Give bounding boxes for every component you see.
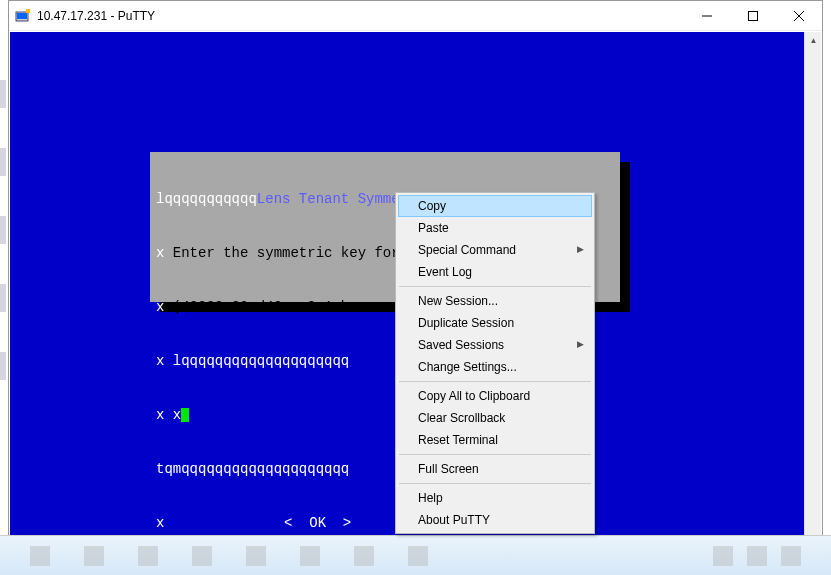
taskbar-icon[interactable] [138,546,158,566]
taskbar-icon[interactable] [84,546,104,566]
submenu-arrow-icon: ▶ [577,244,584,254]
menu-separator [399,286,591,287]
taskbar-icon[interactable] [246,546,266,566]
background-edge-strip [0,80,6,380]
menu-item-new-session[interactable]: New Session... [398,290,592,312]
menu-item-duplicate-session[interactable]: Duplicate Session [398,312,592,334]
svg-rect-17 [781,546,801,566]
menu-separator [399,381,591,382]
context-menu: CopyPasteSpecial Command▶Event LogNew Se… [395,192,595,534]
menu-item-change-settings[interactable]: Change Settings... [398,356,592,378]
menu-item-saved-sessions[interactable]: Saved Sessions▶ [398,334,592,356]
svg-rect-15 [713,546,733,566]
svg-rect-13 [354,546,374,566]
menu-item-help[interactable]: Help [398,487,592,509]
menu-item-reset-terminal[interactable]: Reset Terminal [398,429,592,451]
menu-separator [399,454,591,455]
menu-separator [399,483,591,484]
scroll-up-icon[interactable]: ▲ [806,32,821,49]
menu-item-copy[interactable]: Copy [398,195,592,217]
window-title: 10.47.17.231 - PuTTY [37,9,155,23]
taskbar [0,535,831,575]
menu-item-clear-scrollback[interactable]: Clear Scrollback [398,407,592,429]
svg-rect-16 [747,546,767,566]
menu-item-paste[interactable]: Paste [398,217,592,239]
menu-item-copy-all-to-clipboard[interactable]: Copy All to Clipboard [398,385,592,407]
svg-rect-8 [84,546,104,566]
svg-rect-7 [30,546,50,566]
close-button[interactable] [776,1,822,31]
vertical-scrollbar[interactable]: ▲ ▼ [804,32,821,573]
taskbar-icon[interactable] [354,546,374,566]
svg-rect-10 [192,546,212,566]
taskbar-icon[interactable] [408,546,428,566]
svg-rect-14 [408,546,428,566]
menu-item-event-log[interactable]: Event Log [398,261,592,283]
svg-rect-4 [749,11,758,20]
taskbar-icon[interactable] [713,546,733,566]
ok-button[interactable]: < OK > [282,514,353,532]
svg-rect-11 [246,546,266,566]
taskbar-icon[interactable] [781,546,801,566]
taskbar-icon[interactable] [192,546,212,566]
maximize-button[interactable] [730,1,776,31]
input-cursor[interactable] [181,408,189,422]
taskbar-icon[interactable] [30,546,50,566]
menu-item-about-putty[interactable]: About PuTTY [398,509,592,531]
taskbar-icon[interactable] [747,546,767,566]
submenu-arrow-icon: ▶ [577,339,584,349]
taskbar-icon[interactable] [300,546,320,566]
svg-rect-1 [17,13,27,19]
svg-rect-9 [138,546,158,566]
menu-item-full-screen[interactable]: Full Screen [398,458,592,480]
svg-rect-12 [300,546,320,566]
titlebar[interactable]: 10.47.17.231 - PuTTY [9,1,822,31]
svg-rect-2 [26,9,30,13]
putty-icon [15,8,31,24]
menu-item-special-command[interactable]: Special Command▶ [398,239,592,261]
minimize-button[interactable] [684,1,730,31]
dialog-prompt-line2: (42020a39-d40a-c2a1-b [173,299,349,315]
